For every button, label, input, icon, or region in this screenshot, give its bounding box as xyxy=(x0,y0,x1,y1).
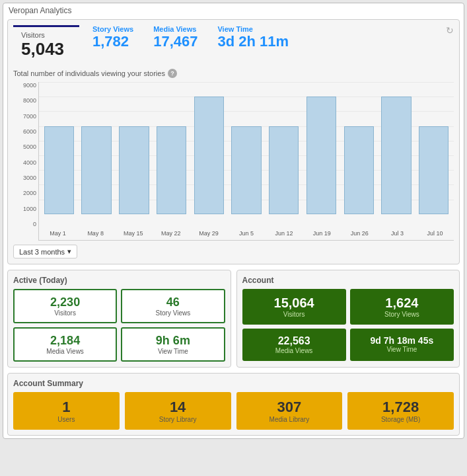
y-label-6000: 6000 xyxy=(23,128,36,135)
bar-group-may15 xyxy=(115,82,153,214)
summary-title: Account Summary xyxy=(13,379,454,388)
bar-group-may22 xyxy=(153,82,190,214)
bar-group-may1 xyxy=(40,82,78,214)
y-label-1000: 1000 xyxy=(23,206,36,212)
account-view-time-label: View Time xyxy=(354,346,450,353)
active-boxes: 2,230 Visitors 46 Story Views 2,184 Medi… xyxy=(13,289,225,362)
account-visitors-label: Visitors xyxy=(246,311,342,318)
help-icon[interactable]: ? xyxy=(168,69,177,78)
summary-panel: Account Summary 1 Users 14 Story Library… xyxy=(7,373,460,436)
account-view-time-box: 9d 7h 18m 45s View Time xyxy=(350,329,454,361)
active-story-views-box: 46 Story Views xyxy=(121,289,225,323)
active-visitors-box: 2,230 Visitors xyxy=(13,289,117,323)
media-views-value: 17,467 xyxy=(153,33,198,50)
summary-media-library-value: 307 xyxy=(240,399,339,416)
account-visitors-value: 15,064 xyxy=(246,296,342,311)
summary-boxes: 1 Users 14 Story Library 307 Media Libra… xyxy=(13,392,454,430)
bar-jun5 xyxy=(231,126,261,214)
x-label-may1: May 1 xyxy=(39,227,77,240)
y-label-0: 0 xyxy=(33,221,36,227)
active-view-time-value: 9h 6m xyxy=(126,334,219,348)
stat-group: Story Views 1,782 Media Views 17,467 Vie… xyxy=(92,25,433,50)
active-story-views-label: Story Views xyxy=(126,309,219,317)
bar-jun19 xyxy=(306,97,336,214)
bar-may29 xyxy=(194,97,224,214)
summary-story-library-box: 14 Story Library xyxy=(125,392,231,430)
y-label-3000: 3000 xyxy=(23,175,36,181)
summary-users-value: 1 xyxy=(17,399,116,416)
active-view-time-label: View Time xyxy=(126,348,219,355)
bar-may1 xyxy=(44,126,74,214)
story-views-label: Story Views xyxy=(92,25,133,33)
account-title: Account xyxy=(242,276,454,285)
bar-group-jul3 xyxy=(378,82,415,214)
bar-group-may29 xyxy=(190,82,228,214)
x-label-jun12: Jun 12 xyxy=(266,227,303,240)
bars-container xyxy=(39,82,454,214)
bar-group-jun5 xyxy=(228,82,266,214)
chart-wrapper: 9000 8000 7000 6000 5000 4000 3000 2000 … xyxy=(13,82,454,241)
summary-users-box: 1 Users xyxy=(13,392,120,430)
bar-group-may8 xyxy=(78,82,116,214)
visitors-value: 5,043 xyxy=(21,39,71,60)
bar-group-jun26 xyxy=(340,82,378,214)
top-stats-panel: Visitors 5,043 Story Views 1,782 Media V… xyxy=(7,19,460,264)
summary-storage-value: 1,728 xyxy=(351,399,450,416)
x-label-may29: May 29 xyxy=(190,227,227,240)
bar-jun12 xyxy=(269,126,299,214)
media-views-label: Media Views xyxy=(153,25,198,33)
media-views-stat: Media Views 17,467 xyxy=(153,25,198,50)
account-view-time-value: 9d 7h 18m 45s xyxy=(354,335,450,346)
account-story-views-label: Story Views xyxy=(354,311,450,318)
bar-group-jun12 xyxy=(265,82,303,214)
x-label-jun19: Jun 19 xyxy=(303,227,341,240)
bar-jun26 xyxy=(344,126,374,214)
visitors-label: Visitors xyxy=(21,31,71,39)
x-label-jun5: Jun 5 xyxy=(227,227,265,240)
chart-area: May 1 May 8 May 15 May 22 May 29 Jun 5 J… xyxy=(38,82,454,241)
bar-may22 xyxy=(157,126,186,214)
chart-controls: Last 3 months ▾ xyxy=(13,245,454,258)
x-label-may22: May 22 xyxy=(152,227,190,240)
story-views-value: 1,782 xyxy=(92,33,133,50)
y-label-4000: 4000 xyxy=(23,159,36,166)
summary-story-library-label: Story Library xyxy=(129,416,227,423)
bar-group-jul10 xyxy=(415,82,452,214)
active-media-views-box: 2,184 Media Views xyxy=(13,327,117,362)
dropdown-label: Last 3 months xyxy=(19,248,65,256)
y-label-9000: 9000 xyxy=(23,82,36,89)
analytics-header: Visitors 5,043 Story Views 1,782 Media V… xyxy=(13,25,454,63)
app-title: Veropan Analytics xyxy=(3,3,464,17)
bar-jul3 xyxy=(381,97,411,214)
time-range-dropdown[interactable]: Last 3 months ▾ xyxy=(13,245,77,258)
summary-storage-label: Storage (MB) xyxy=(351,416,450,423)
chart-description-text: Total number of individuals viewing your… xyxy=(13,69,165,77)
active-visitors-value: 2,230 xyxy=(18,296,112,309)
bar-may8 xyxy=(81,126,111,214)
summary-users-label: Users xyxy=(17,416,116,423)
visitors-box: Visitors 5,043 xyxy=(13,25,79,63)
active-story-views-value: 46 xyxy=(126,296,219,309)
view-time-label: View Time xyxy=(217,25,289,33)
account-panel: Account 15,064 Visitors 1,624 Story View… xyxy=(236,270,460,368)
summary-story-library-value: 14 xyxy=(129,399,227,416)
y-label-7000: 7000 xyxy=(23,113,36,120)
y-label-8000: 8000 xyxy=(23,97,36,104)
y-label-2000: 2000 xyxy=(23,190,36,196)
summary-media-library-label: Media Library xyxy=(240,416,339,423)
active-title: Active (Today) xyxy=(13,276,225,285)
account-media-views-value: 22,563 xyxy=(246,335,342,347)
story-views-stat: Story Views 1,782 xyxy=(92,25,133,50)
x-label-may8: May 8 xyxy=(77,227,114,240)
account-media-views-label: Media Views xyxy=(246,347,342,354)
account-story-views-box: 1,624 Story Views xyxy=(350,289,454,325)
x-label-jul3: Jul 3 xyxy=(378,227,416,240)
refresh-icon[interactable]: ↻ xyxy=(446,25,454,36)
bar-group-jun19 xyxy=(303,82,340,214)
account-visitors-box: 15,064 Visitors xyxy=(242,289,346,325)
view-time-stat: View Time 3d 2h 11m xyxy=(217,25,289,50)
active-view-time-box: 9h 6m View Time xyxy=(121,327,225,362)
x-label-jul10: Jul 10 xyxy=(416,227,454,240)
bar-jul10 xyxy=(419,126,449,214)
account-boxes: 15,064 Visitors 1,624 Story Views 22,563… xyxy=(242,289,454,361)
